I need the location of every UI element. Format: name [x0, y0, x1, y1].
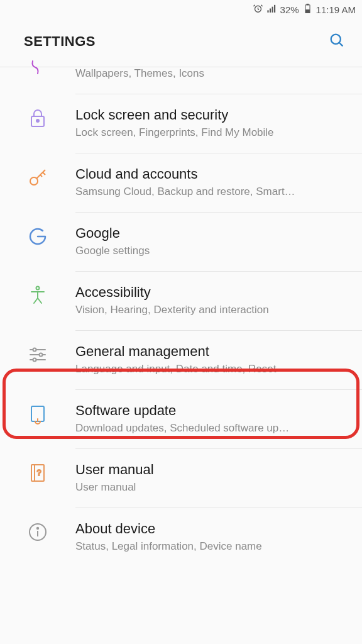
svg-point-19 — [33, 358, 36, 362]
battery-percent: 32% — [280, 4, 299, 15]
update-icon — [26, 402, 49, 428]
item-title: Google — [75, 225, 343, 242]
wallpapers-icon — [26, 67, 49, 84]
item-title: General management — [75, 343, 343, 360]
key-icon — [26, 166, 49, 191]
svg-point-13 — [36, 287, 40, 290]
item-subtitle: Status, Legal information, Device name — [75, 540, 343, 553]
signal-icon — [266, 3, 277, 16]
item-subtitle: Wallpapers, Themes, Icons — [75, 67, 343, 80]
lock-icon — [26, 107, 49, 132]
item-title: Software update — [75, 402, 343, 419]
item-subtitle: Samsung Cloud, Backup and restore, Smart… — [75, 186, 343, 198]
status-bar: 32% 11:19 AM — [0, 0, 362, 19]
item-title: About device — [75, 521, 343, 537]
sliders-icon — [26, 343, 49, 369]
svg-point-25 — [37, 528, 38, 529]
list-item-software-update[interactable]: Software update Download updates, Schedu… — [0, 390, 362, 449]
item-title: Accessibility — [75, 284, 343, 301]
list-item-cloud-accounts[interactable]: Cloud and accounts Samsung Cloud, Backup… — [0, 153, 362, 213]
search-icon[interactable] — [328, 31, 346, 52]
battery-icon — [302, 3, 313, 16]
svg-rect-1 — [267, 10, 268, 13]
svg-rect-2 — [270, 9, 271, 13]
accessibility-icon — [26, 284, 49, 309]
svg-line-9 — [339, 43, 343, 47]
list-item-google[interactable]: Google Google settings — [0, 213, 362, 272]
clock-time: 11:19 AM — [316, 4, 356, 15]
google-icon — [26, 225, 49, 250]
item-subtitle: Vision, Hearing, Dexterity and interacti… — [75, 304, 343, 316]
list-item-accessibility[interactable]: Accessibility Vision, Hearing, Dexterity… — [0, 272, 362, 331]
svg-rect-7 — [305, 10, 309, 13]
settings-list: Wallpapers, Themes, Icons Lock screen an… — [0, 67, 362, 567]
page-title: SETTINGS — [24, 33, 96, 50]
info-icon — [26, 521, 49, 546]
svg-point-8 — [331, 35, 341, 44]
item-title: User manual — [75, 462, 343, 478]
item-subtitle: Lock screen, Fingerprints, Find My Mobil… — [75, 126, 343, 139]
item-title: Lock screen and security — [75, 107, 343, 123]
item-subtitle: User manual — [75, 481, 343, 494]
svg-rect-6 — [307, 4, 309, 4]
list-item-wallpapers[interactable]: Wallpapers, Themes, Icons — [0, 67, 362, 94]
list-item-general-management[interactable]: General management Language and input, D… — [0, 331, 362, 390]
svg-text:?: ? — [37, 469, 41, 477]
svg-rect-3 — [272, 7, 273, 13]
list-item-about-device[interactable]: About device Status, Legal information, … — [0, 508, 362, 567]
alarm-icon — [253, 3, 263, 16]
svg-point-15 — [33, 348, 36, 352]
item-subtitle: Download updates, Scheduled software up… — [75, 422, 343, 435]
item-subtitle: Google settings — [75, 245, 343, 257]
header: SETTINGS — [0, 19, 362, 67]
list-item-user-manual[interactable]: ? User manual User manual — [0, 449, 362, 508]
manual-icon: ? — [26, 462, 49, 487]
svg-point-11 — [36, 119, 39, 122]
item-title: Cloud and accounts — [75, 166, 343, 182]
item-subtitle: Language and input, Date and time, Reset — [75, 363, 343, 375]
list-item-lock-security[interactable]: Lock screen and security Lock screen, Fi… — [0, 94, 362, 153]
svg-point-17 — [40, 353, 43, 357]
svg-rect-4 — [274, 5, 275, 13]
